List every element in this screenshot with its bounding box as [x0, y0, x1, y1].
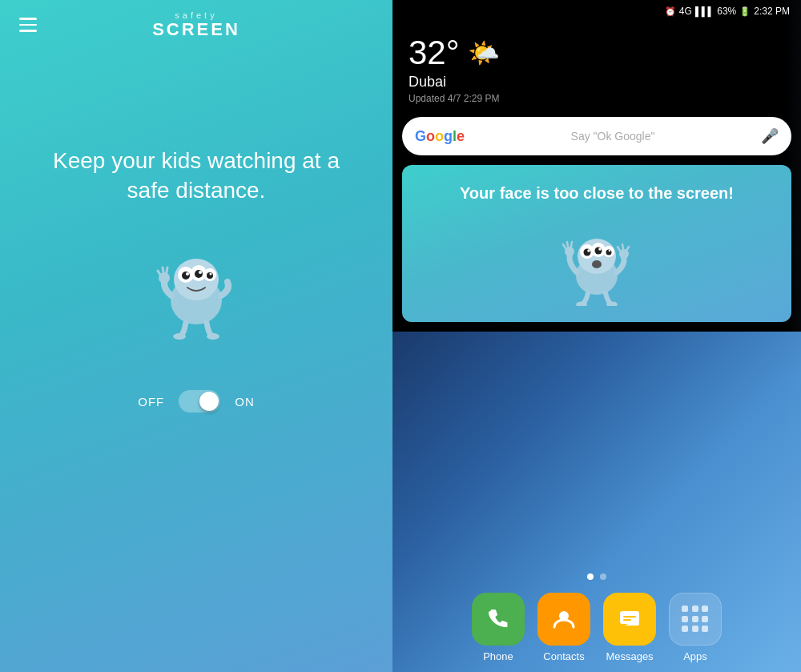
weather-updated: Updated 4/7 2:29 PM: [409, 93, 785, 104]
notification-message: Your face is too close to the screen!: [460, 183, 734, 203]
mic-icon[interactable]: 🎤: [761, 127, 779, 145]
app-tagline: Keep your kids watching at a safe distan…: [0, 98, 392, 231]
svg-point-10: [210, 273, 212, 276]
svg-point-8: [186, 272, 189, 276]
dock-bar: Phone Contacts: [464, 593, 730, 662]
svg-line-36: [626, 247, 629, 251]
apps-grid: [682, 606, 709, 633]
toggle-switch[interactable]: [179, 390, 220, 412]
alarm-icon: ⏰: [665, 6, 676, 17]
svg-point-15: [173, 333, 186, 340]
svg-point-28: [592, 260, 602, 268]
apps-icon: [669, 593, 722, 646]
page-dot-2: [600, 573, 606, 580]
svg-line-30: [563, 244, 566, 248]
signal-icon: ▌▌▌: [695, 6, 714, 16]
weather-temperature: 32°: [409, 34, 460, 72]
current-time: 2:32 PM: [754, 6, 790, 17]
contacts-label: Contacts: [543, 650, 584, 662]
svg-rect-42: [623, 619, 631, 621]
logo-screen-text: SCREEN: [152, 20, 240, 39]
svg-point-25: [587, 249, 590, 252]
svg-line-13: [163, 268, 163, 272]
svg-point-9: [199, 271, 202, 274]
svg-line-32: [571, 242, 572, 247]
battery-percentage: 63%: [717, 6, 736, 17]
dock-item-messages[interactable]: Messages: [603, 593, 656, 662]
svg-line-34: [618, 247, 620, 251]
svg-line-31: [567, 242, 568, 247]
svg-rect-41: [623, 616, 636, 618]
messages-icon: [603, 593, 656, 646]
google-logo: Google: [415, 128, 465, 145]
battery-icon: 🔋: [739, 6, 751, 17]
page-dot-1: [587, 573, 594, 580]
phone-icon: [472, 593, 525, 646]
android-home-screen: Phone Contacts: [392, 332, 801, 672]
hamburger-menu[interactable]: [16, 14, 40, 35]
right-panel: ⏰ 4G ▌▌▌ 63% 🔋 2:32 PM 32° 🌤️ Dubai Upda…: [392, 0, 801, 672]
svg-point-27: [609, 250, 611, 252]
dock-item-contacts[interactable]: Contacts: [537, 593, 590, 662]
google-search-placeholder: Say "Ok Google": [471, 130, 755, 143]
weather-temp-row: 32° 🌤️: [409, 34, 785, 72]
dock-item-apps[interactable]: Apps: [669, 593, 722, 662]
mascot-character-right: [553, 218, 641, 306]
weather-city: Dubai: [409, 74, 785, 91]
svg-line-12: [158, 271, 160, 275]
apps-label: Apps: [683, 650, 707, 662]
mascot-character-left: [144, 238, 248, 342]
google-search-bar[interactable]: Google Say "Ok Google" 🎤: [402, 117, 791, 155]
app-logo: safety SCREEN: [152, 10, 240, 39]
svg-point-5: [182, 272, 190, 280]
weather-widget: 32° 🌤️ Dubai Updated 4/7 2:29 PM: [392, 22, 801, 117]
toggle-on-label: ON: [235, 395, 255, 408]
left-panel: safety SCREEN Keep your kids watching at…: [0, 0, 392, 672]
svg-line-14: [167, 268, 167, 272]
status-icons: ⏰ 4G ▌▌▌ 63% 🔋 2:32 PM: [665, 6, 790, 17]
phone-label: Phone: [483, 650, 513, 662]
app-header: safety SCREEN: [0, 0, 392, 50]
contacts-icon: [537, 593, 590, 646]
status-bar: ⏰ 4G ▌▌▌ 63% 🔋 2:32 PM: [392, 0, 801, 22]
network-indicator: 4G: [679, 6, 692, 17]
svg-point-6: [195, 270, 203, 278]
svg-point-26: [598, 247, 602, 251]
svg-point-16: [207, 333, 219, 340]
proximity-notification: Your face is too close to the screen!: [402, 165, 791, 322]
toggle-off-label: OFF: [138, 395, 164, 408]
messages-label: Messages: [606, 650, 653, 662]
toggle-section: OFF ON: [138, 390, 255, 412]
dock-item-phone[interactable]: Phone: [472, 593, 525, 662]
weather-sun-icon: 🌤️: [468, 38, 500, 68]
page-dots: [587, 573, 606, 580]
svg-line-35: [622, 244, 623, 249]
